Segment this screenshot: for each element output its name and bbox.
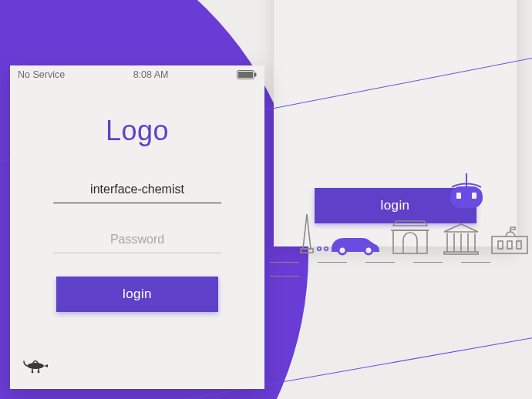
svg-rect-15 — [517, 241, 521, 249]
secondary-panel: login — [274, 0, 517, 246]
svg-rect-11 — [444, 252, 478, 254]
svg-point-18 — [365, 246, 372, 254]
username-input[interactable] — [53, 176, 221, 203]
svg-rect-22 — [238, 72, 253, 78]
clock-label: 8:08 AM — [133, 69, 169, 80]
svg-point-19 — [325, 247, 328, 250]
login-button[interactable]: login — [56, 277, 218, 312]
svg-rect-23 — [254, 73, 257, 77]
svg-point-20 — [318, 247, 321, 250]
svg-point-27 — [32, 371, 34, 374]
svg-point-24 — [27, 363, 44, 369]
svg-point-17 — [338, 246, 346, 254]
status-bar: No Service 8:08 AM — [10, 65, 264, 80]
carrier-label: No Service — [18, 69, 65, 80]
login-button-secondary[interactable]: login — [315, 188, 476, 223]
road-dashes — [270, 255, 532, 283]
phone-mock: No Service 8:08 AM Logo login — [10, 65, 264, 389]
plane-icon — [22, 357, 49, 377]
password-input[interactable] — [53, 226, 221, 253]
battery-icon — [237, 70, 257, 79]
logo-text: Logo — [10, 115, 264, 147]
svg-point-28 — [38, 371, 40, 374]
login-form: login — [10, 176, 264, 312]
